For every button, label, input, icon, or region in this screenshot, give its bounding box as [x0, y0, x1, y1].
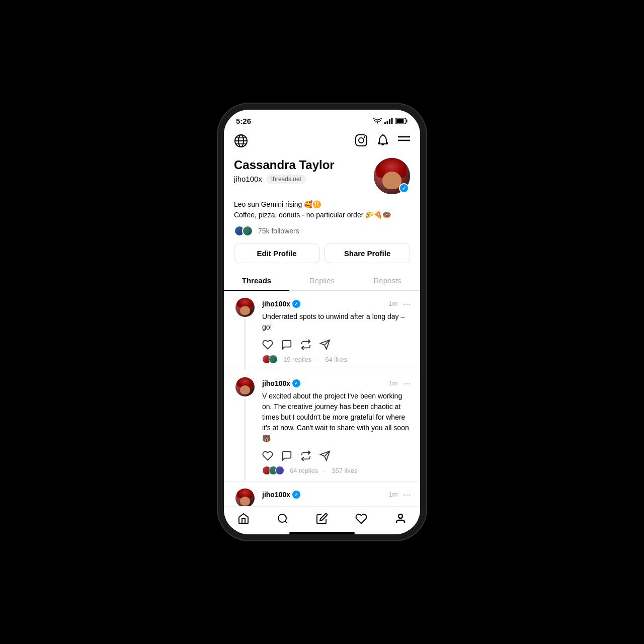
globe-icon[interactable] [234, 132, 248, 148]
followers-count: 75k followers [258, 227, 299, 235]
notification-icon[interactable] [377, 134, 389, 147]
wifi-icon [373, 118, 382, 124]
avatar-verified-badge: ✓ [399, 183, 409, 193]
thread-time-3: 1m [388, 491, 397, 498]
nav-right [355, 134, 410, 147]
tab-threads[interactable]: Threads [224, 271, 289, 291]
profile-buttons: Edit Profile Share Profile [234, 244, 410, 263]
share-profile-button[interactable]: Share Profile [325, 244, 410, 263]
svg-rect-1 [384, 122, 386, 124]
status-icons [373, 118, 408, 124]
svg-point-23 [398, 514, 403, 518]
verified-check-2: ✓ [292, 379, 300, 387]
feed: jiho100x ✓ 1m ··· Underrated spots to un… [224, 291, 420, 506]
thread-stats-2: 64 replies · 357 likes [262, 466, 411, 476]
edit-profile-button[interactable]: Edit Profile [234, 244, 319, 263]
svg-point-0 [377, 124, 378, 125]
like-count-2: 357 likes [332, 467, 357, 474]
tabs-row: Threads Replies Reposts [224, 271, 420, 291]
comment-button-2[interactable] [281, 449, 292, 462]
profile-bio: Leo sun Gemini rising 🥰♊ Coffee, pizza, … [234, 199, 410, 220]
verified-check-1: ✓ [292, 300, 300, 308]
top-nav [224, 128, 420, 154]
svg-point-14 [364, 136, 365, 138]
thread-username-3: jiho100x ✓ [262, 491, 300, 499]
profile-username: jiho100x [234, 175, 262, 183]
battery-icon [395, 118, 408, 124]
bio-line-1: Leo sun Gemini rising 🥰♊ [234, 199, 410, 210]
more-options-1[interactable]: ··· [403, 298, 411, 309]
thread-text-2: V excited about the project I've been wo… [262, 391, 411, 444]
svg-rect-6 [396, 119, 404, 123]
bottom-nav [224, 506, 420, 529]
svg-rect-3 [389, 119, 390, 124]
thread-item: jiho100x ✓ 1m ··· Underrated spots to un… [224, 291, 420, 370]
thread-time-1: 1m [388, 300, 397, 307]
instagram-icon[interactable] [355, 134, 368, 147]
thread-item-2: jiho100x ✓ 1m ··· V excited about the pr… [224, 370, 420, 481]
status-time: 5:26 [236, 117, 251, 125]
phone-screen: 5:26 [224, 110, 420, 534]
thread-header-1: jiho100x ✓ 1m ··· [262, 298, 411, 309]
reply-count-2: 64 replies [290, 467, 318, 474]
followers-row: 75k followers [234, 225, 410, 236]
follower-avatars [234, 225, 250, 236]
thread-avatar-3 [235, 489, 255, 506]
svg-rect-4 [391, 118, 393, 124]
share-button-1[interactable] [319, 338, 331, 351]
thread-avatar-1 [235, 298, 255, 317]
avatar: ✓ [374, 158, 410, 194]
tab-replies[interactable]: Replies [289, 271, 355, 290]
svg-rect-12 [356, 135, 367, 146]
nav-profile[interactable] [394, 513, 407, 525]
thread-line-2 [245, 398, 246, 481]
profile-name-block: Cassandra Taylor jiho100x threads.net [234, 158, 335, 184]
menu-icon[interactable] [398, 135, 410, 145]
thread-item-3: jiho100x ✓ 1m ··· [224, 481, 420, 506]
verified-check-3: ✓ [292, 491, 300, 499]
like-button-1[interactable] [262, 338, 273, 351]
thread-stats-1: 19 replies · 64 likes [262, 355, 411, 365]
profile-name: Cassandra Taylor [234, 158, 335, 173]
home-indicator [289, 532, 355, 534]
signal-icon [384, 118, 393, 124]
bio-line-2: Coffee, pizza, donuts - no particular or… [234, 210, 410, 220]
repost-button-2[interactable] [300, 449, 311, 462]
thread-actions-2 [262, 449, 411, 462]
follower-avatar-2 [242, 225, 253, 236]
repost-button-1[interactable] [300, 338, 311, 351]
svg-line-22 [285, 521, 287, 523]
nav-home[interactable] [237, 513, 250, 525]
phone-frame: 5:26 [224, 110, 420, 534]
thread-username-1: jiho100x ✓ [262, 300, 300, 308]
svg-point-13 [359, 138, 364, 143]
tab-reposts[interactable]: Reposts [355, 271, 420, 290]
nav-activity[interactable] [355, 513, 367, 525]
status-bar: 5:26 [224, 110, 420, 128]
like-button-2[interactable] [262, 449, 273, 462]
like-count-1: 64 likes [325, 356, 347, 363]
thread-time-2: 1m [388, 379, 397, 387]
more-options-2[interactable]: ··· [403, 377, 411, 389]
thread-actions-1 [262, 338, 411, 351]
svg-point-21 [278, 514, 286, 522]
reply-count-1: 19 replies [283, 356, 311, 363]
more-options-3[interactable]: ··· [403, 489, 411, 500]
thread-header-2: jiho100x ✓ 1m ··· [262, 377, 411, 389]
svg-rect-2 [387, 121, 388, 124]
thread-line-1 [245, 319, 246, 370]
nav-search[interactable] [277, 513, 289, 525]
thread-header-3: jiho100x ✓ 1m ··· [262, 489, 411, 500]
thread-username-2: jiho100x ✓ [262, 379, 300, 387]
share-button-2[interactable] [319, 449, 331, 462]
threads-badge: threads.net [266, 175, 306, 184]
profile-header: Cassandra Taylor jiho100x threads.net ✓ [234, 158, 410, 194]
profile-section: Cassandra Taylor jiho100x threads.net ✓ [224, 154, 420, 263]
comment-button-1[interactable] [281, 338, 292, 351]
profile-username-row: jiho100x threads.net [234, 175, 335, 184]
thread-avatar-2 [235, 377, 255, 396]
nav-compose[interactable] [316, 513, 328, 525]
thread-text-1: Underrated spots to unwind after a long … [262, 311, 411, 333]
